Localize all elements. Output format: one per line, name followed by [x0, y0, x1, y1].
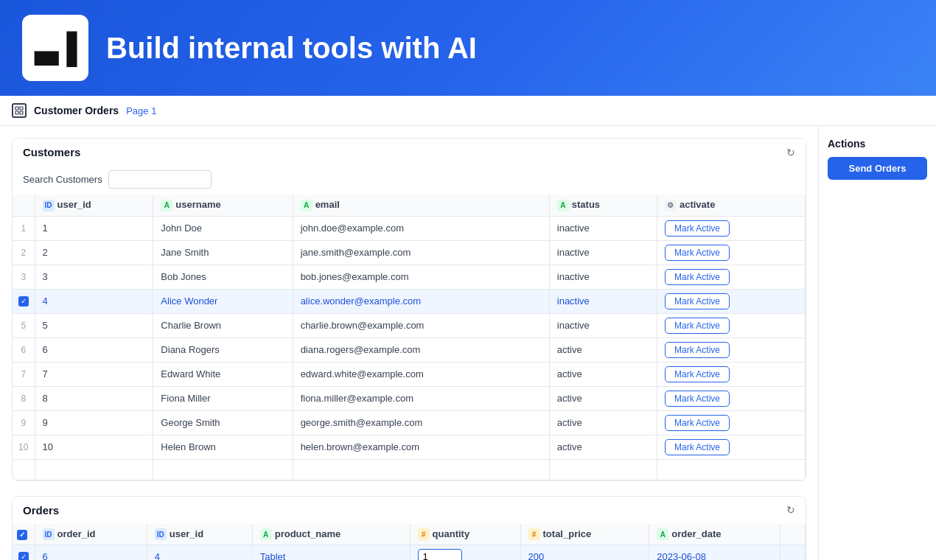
mark-active-button[interactable]: Mark Active — [665, 342, 730, 358]
order-row-product_name: Tablet — [252, 545, 410, 560]
order-row-user_id: 4 — [147, 545, 252, 560]
mark-active-button[interactable]: Mark Active — [665, 220, 730, 237]
row-username: Diana Rogers — [153, 337, 293, 362]
logo: ▃▐ — [22, 15, 88, 81]
orders-refresh-icon[interactable]: ↻ — [786, 504, 795, 516]
customers-table-row[interactable]: 77Edward Whiteedward.white@example.comac… — [13, 362, 806, 386]
customers-search-row: Search Customers — [13, 166, 806, 195]
svg-rect-2 — [15, 111, 18, 114]
row-email: george.smith@example.com — [293, 410, 549, 435]
row-activate-cell: Mark Active — [657, 435, 805, 459]
row-username: Fiona Miller — [153, 386, 293, 410]
customers-table-row[interactable]: 1010Helen Brownhelen.brown@example.comac… — [13, 435, 806, 459]
customers-table-row[interactable]: 11John Doejohn.doe@example.cominactiveMa… — [13, 216, 806, 240]
orders-col-product: Aproduct_name — [252, 524, 410, 545]
send-orders-button[interactable]: Send Orders — [828, 157, 927, 180]
customers-col-email: Aemail — [293, 195, 549, 216]
orders-table-row[interactable]: ✓64Tablet2002023-06-08 — [13, 545, 806, 560]
row-status: inactive — [549, 265, 657, 289]
row-username: George Smith — [153, 410, 293, 435]
order-row-checkbox[interactable]: ✓ — [18, 552, 29, 560]
customers-table-row[interactable]: 99George Smithgeorge.smith@example.comac… — [13, 410, 806, 435]
order-row-total_price: 200 — [520, 545, 649, 560]
row-email: fiona.miller@example.com — [293, 386, 549, 410]
price-col-icon: # — [528, 528, 540, 540]
header-title: Build internal tools with AI — [106, 32, 477, 65]
row-status: inactive — [549, 289, 657, 313]
header: ▃▐ Build internal tools with AI — [0, 0, 936, 96]
customers-title: Customers — [23, 146, 80, 158]
userid-col-icon: ID — [43, 200, 55, 211]
orders-col-extra — [780, 524, 805, 545]
row-status: active — [549, 337, 657, 362]
row-checkbox[interactable]: ✓ — [18, 296, 29, 307]
orders-section-header: Orders ↻ — [13, 497, 806, 524]
customers-table: IDuser_id Ausername Aemail Astatus — [13, 195, 806, 480]
username-col-icon: A — [161, 200, 172, 211]
orders-col-qty: #quantity — [410, 524, 520, 545]
customers-col-activate: ⚙activate — [657, 195, 805, 216]
row-activate-cell: Mark Active — [657, 410, 805, 435]
order-row-quantity[interactable] — [410, 545, 520, 560]
mark-active-button[interactable]: Mark Active — [665, 439, 730, 455]
row-activate-cell: Mark Active — [657, 265, 805, 289]
row-number: 6 — [13, 337, 35, 362]
search-input[interactable] — [108, 170, 212, 189]
row-user_id: 6 — [35, 337, 153, 362]
row-user_id: 9 — [35, 410, 153, 435]
mark-active-button[interactable]: Mark Active — [665, 318, 730, 334]
mark-active-button[interactable]: Mark Active — [665, 366, 730, 382]
row-user_id: 1 — [35, 216, 153, 240]
row-activate-cell: Mark Active — [657, 216, 805, 240]
actions-title: Actions — [828, 138, 927, 150]
search-label: Search Customers — [23, 174, 102, 185]
orders-col-orderid: IDorder_id — [35, 524, 147, 545]
mark-active-button[interactable]: Mark Active — [665, 391, 730, 407]
customers-col-status: Astatus — [549, 195, 657, 216]
customers-table-row[interactable]: 66Diana Rogersdiana.rogers@example.comac… — [13, 337, 806, 362]
logo-icon: ▃▐ — [35, 31, 75, 65]
orders-table: ✓ IDorder_id IDuser_id Aproduct_name — [13, 524, 806, 560]
row-activate-cell: Mark Active — [657, 240, 805, 265]
right-sidebar: Actions Send Orders — [818, 126, 936, 560]
row-number: 5 — [13, 313, 35, 337]
orders-section: Orders ↻ ✓ IDorder_id — [12, 496, 806, 560]
row-email: jane.smith@example.com — [293, 240, 549, 265]
row-email: bob.jones@example.com — [293, 265, 549, 289]
row-number: 2 — [13, 240, 35, 265]
row-activate-cell: Mark Active — [657, 337, 805, 362]
orders-select-all-checkbox[interactable]: ✓ — [17, 530, 27, 540]
customers-table-row[interactable]: 33Bob Jonesbob.jones@example.cominactive… — [13, 265, 806, 289]
mark-active-button[interactable]: Mark Active — [665, 269, 730, 285]
row-status: active — [549, 362, 657, 386]
row-user_id: 5 — [35, 313, 153, 337]
mark-active-button[interactable]: Mark Active — [665, 415, 730, 431]
orderid-col-icon: ID — [43, 528, 55, 540]
customers-table-row[interactable]: 88Fiona Millerfiona.miller@example.comac… — [13, 386, 806, 410]
row-status: inactive — [549, 240, 657, 265]
mark-active-button[interactable]: Mark Active — [665, 293, 730, 309]
row-email: diana.rogers@example.com — [293, 337, 549, 362]
row-username: Helen Brown — [153, 435, 293, 459]
customers-table-row[interactable]: 22Jane Smithjane.smith@example.cominacti… — [13, 240, 806, 265]
quantity-input[interactable] — [418, 549, 462, 560]
customers-table-row[interactable]: 55Charlie Browncharlie.brown@example.com… — [13, 313, 806, 337]
customers-refresh-icon[interactable]: ↻ — [786, 147, 795, 158]
row-number: 10 — [13, 435, 35, 459]
customers-table-row[interactable]: ✓4Alice Wonderalice.wonder@example.comin… — [13, 289, 806, 313]
row-status: inactive — [549, 216, 657, 240]
app-title: Customer Orders — [34, 105, 119, 116]
order-row-select: ✓ — [13, 545, 35, 560]
row-user_id: 10 — [35, 435, 153, 459]
row-number: 7 — [13, 362, 35, 386]
orders-col-price: #total_price — [520, 524, 649, 545]
row-activate-cell: Mark Active — [657, 289, 805, 313]
row-status: active — [549, 410, 657, 435]
order-row-order_id: 6 — [35, 545, 147, 560]
page-badge: Page 1 — [126, 105, 156, 116]
mark-active-button[interactable]: Mark Active — [665, 245, 730, 261]
tables-area: Customers ↻ Search Customers IDuser_id — [0, 126, 818, 560]
activate-col-icon: ⚙ — [665, 200, 677, 211]
row-email: charlie.brown@example.com — [293, 313, 549, 337]
orders-title: Orders — [23, 504, 59, 517]
